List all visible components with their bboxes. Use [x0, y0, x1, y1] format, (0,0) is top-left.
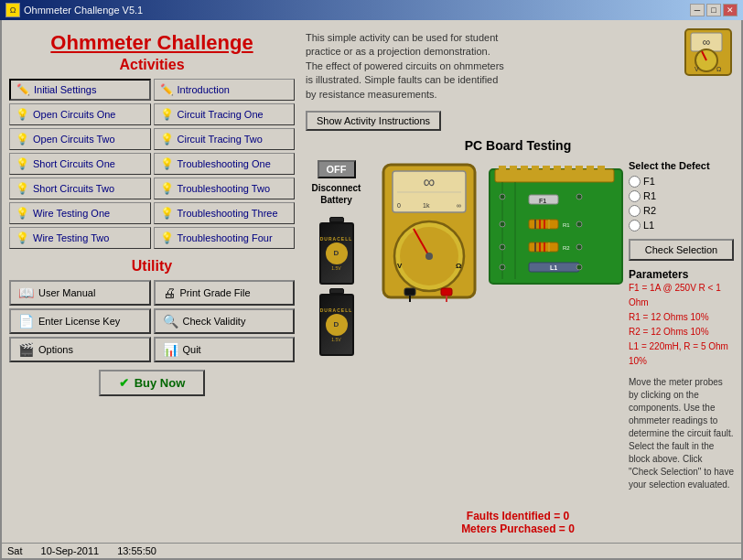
- svg-text:R2: R2: [563, 245, 570, 251]
- svg-rect-34: [587, 166, 594, 175]
- svg-point-57: [500, 264, 505, 270]
- svg-rect-31: [554, 166, 561, 175]
- quit-label: Quit: [183, 344, 201, 355]
- svg-rect-33: [576, 166, 583, 175]
- print-icon: 🖨: [163, 285, 176, 300]
- activity-short-circuits-two[interactable]: 💡 Short Circuits Two: [9, 178, 151, 199]
- activity-introduction[interactable]: ✏️ Introduction: [154, 79, 296, 101]
- battery-1: DURACELL D 1.5V: [319, 222, 354, 285]
- activities-title: Activities: [119, 57, 184, 73]
- faults-identified: Faults Identified = 0: [302, 510, 734, 522]
- activity-troubleshooting-three[interactable]: 💡 Troubleshooting Three: [154, 202, 296, 224]
- bulb-icon: 💡: [160, 207, 174, 220]
- checkmark-icon: ✔: [119, 376, 129, 390]
- bulb-icon: 💡: [16, 207, 29, 220]
- svg-rect-30: [543, 166, 550, 175]
- small-ohmmeter-image: ∞ V Ω: [684, 27, 734, 78]
- svg-text:0: 0: [397, 202, 401, 209]
- activity-circuit-tracing-two[interactable]: 💡 Circuit Tracing Two: [154, 128, 296, 150]
- bulb-icon: 💡: [160, 157, 174, 170]
- defect-option-r1[interactable]: R1: [629, 190, 734, 202]
- activity-label: Open Circuits Two: [33, 134, 115, 145]
- activity-wire-testing-one[interactable]: 💡 Wire Testing One: [9, 202, 151, 224]
- quit-button[interactable]: 📊 Quit: [154, 337, 296, 362]
- svg-rect-40: [529, 220, 558, 229]
- off-button[interactable]: OFF: [318, 160, 356, 178]
- buy-now-label: Buy Now: [135, 376, 186, 390]
- activity-open-circuits-one[interactable]: 💡 Open Circuits One: [9, 103, 151, 125]
- bulb-icon: 💡: [160, 182, 174, 195]
- activity-wire-testing-two[interactable]: 💡 Wire Testing Two: [9, 227, 151, 249]
- status-date: 10-Sep-2011: [41, 545, 100, 556]
- user-manual-label: User Manual: [38, 287, 95, 298]
- check-validity-label: Check Validity: [183, 316, 246, 327]
- bulb-icon: 💡: [16, 232, 29, 244]
- license-icon: 📄: [18, 314, 34, 328]
- activities-grid: ✏️ Initial Settings ✏️ Introduction 💡 Op…: [9, 79, 295, 249]
- defect-option-l1[interactable]: L1: [629, 220, 734, 232]
- defect-option-r2[interactable]: R2: [629, 205, 734, 217]
- bulb-icon: 💡: [16, 133, 29, 145]
- svg-text:∞: ∞: [457, 202, 461, 209]
- activity-label: Introduction: [178, 84, 230, 95]
- activity-label: Wire Testing Two: [33, 232, 109, 243]
- bulb-icon: 💡: [160, 232, 174, 244]
- defect-title: Select the Defect: [629, 160, 734, 171]
- meters-purchased: Meters Purchased = 0: [302, 522, 734, 535]
- svg-point-60: [576, 244, 582, 250]
- activity-troubleshooting-two[interactable]: 💡 Troubleshooting Two: [154, 178, 296, 199]
- check-validity-button[interactable]: 🔍 Check Validity: [154, 308, 296, 334]
- ohmmeter[interactable]: ∞ 0 1k ∞ V Ω: [379, 160, 479, 302]
- status-day: Sat: [7, 545, 23, 556]
- bulb-icon: 💡: [160, 133, 174, 145]
- pc-board[interactable]: F1 R1 R: [488, 160, 625, 288]
- enter-license-button[interactable]: 📄 Enter License Key: [9, 308, 151, 334]
- defect-option-f1[interactable]: F1: [629, 176, 734, 188]
- params-title: Parameters: [629, 268, 734, 281]
- svg-text:∞: ∞: [703, 36, 711, 48]
- instruction-text: Move the meter probes by clicking on the…: [629, 376, 734, 491]
- svg-rect-21: [441, 288, 452, 296]
- svg-point-58: [576, 194, 582, 199]
- svg-rect-32: [565, 166, 572, 175]
- minimize-button[interactable]: ─: [690, 4, 705, 16]
- activity-circuit-tracing-one[interactable]: 💡 Circuit Tracing One: [154, 103, 296, 125]
- svg-text:V: V: [397, 262, 403, 270]
- activity-label: Short Circuits One: [33, 158, 115, 169]
- print-grade-button[interactable]: 🖨 Print Grade File: [154, 280, 296, 306]
- activity-initial-settings[interactable]: ✏️ Initial Settings: [9, 79, 151, 101]
- svg-rect-27: [510, 166, 517, 175]
- svg-rect-35: [598, 166, 605, 175]
- close-button[interactable]: ✕: [723, 4, 738, 16]
- quit-icon: 📊: [163, 342, 178, 357]
- activity-label: Circuit Tracing Two: [178, 134, 263, 145]
- buy-now-button[interactable]: ✔ Buy Now: [99, 370, 206, 396]
- disconnect-label: DisconnectBattery: [312, 182, 361, 206]
- options-icon: 🎬: [18, 342, 34, 357]
- activity-label: Circuit Tracing One: [178, 109, 264, 120]
- check-selection-button[interactable]: Check Selection: [629, 239, 734, 261]
- activity-troubleshooting-four[interactable]: 💡 Troubleshooting Four: [154, 227, 296, 249]
- utility-title: Utility: [132, 258, 172, 275]
- user-manual-button[interactable]: 📖 User Manual: [9, 280, 151, 306]
- svg-rect-29: [532, 166, 539, 175]
- svg-rect-26: [499, 166, 506, 175]
- activity-open-circuits-two[interactable]: 💡 Open Circuits Two: [9, 128, 151, 150]
- svg-rect-46: [529, 242, 558, 252]
- activity-troubleshooting-one[interactable]: 💡 Troubleshooting One: [154, 153, 296, 175]
- options-button[interactable]: 🎬 Options: [9, 337, 151, 362]
- svg-text:1k: 1k: [423, 202, 430, 209]
- utility-grid: 📖 User Manual 🖨 Print Grade File 📄 Enter…: [9, 280, 295, 362]
- pc-board-title: PC Board Testing: [302, 138, 734, 153]
- svg-point-59: [576, 221, 582, 227]
- svg-text:∞: ∞: [424, 173, 436, 191]
- maximize-button[interactable]: □: [706, 4, 721, 16]
- enter-license-label: Enter License Key: [38, 316, 120, 327]
- activity-label: Troubleshooting Two: [178, 183, 271, 194]
- options-label: Options: [38, 344, 73, 355]
- activity-short-circuits-one[interactable]: 💡 Short Circuits One: [9, 153, 151, 175]
- show-instructions-button[interactable]: Show Activity Instructions: [306, 111, 441, 131]
- params-lines: F1 = 1A @ 250V R < 1 Ohm R1 = 12 Ohms 10…: [629, 281, 734, 369]
- activity-label: Short Circuits Two: [33, 183, 114, 194]
- svg-text:F1: F1: [539, 198, 546, 204]
